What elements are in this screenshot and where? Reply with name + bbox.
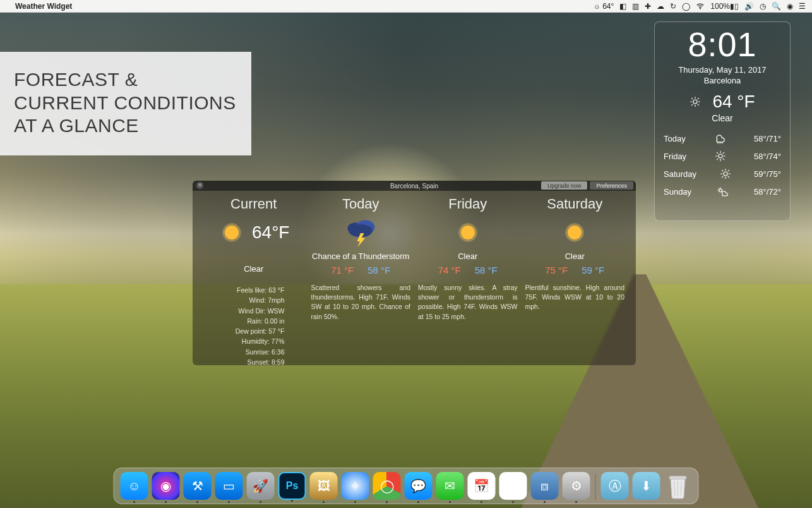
dock-simulator[interactable]: ▭: [215, 472, 243, 500]
svg-rect-45: [669, 476, 686, 480]
svg-line-44: [718, 188, 719, 189]
dock-calendar-wk[interactable]: 📅: [468, 472, 496, 500]
svg-point-32: [724, 172, 727, 176]
widget-row-day: Friday: [664, 152, 686, 161]
heading-current: Current: [204, 196, 304, 212]
sun-icon: [719, 168, 732, 179]
upgrade-button[interactable]: Upgrade now: [541, 181, 588, 190]
dock-messages[interactable]: ✉: [436, 472, 464, 500]
widget-city: Barcelona: [662, 76, 782, 85]
dock-xcode[interactable]: ⚒: [184, 472, 212, 500]
dock-apps-folder[interactable]: Ⓐ: [601, 472, 629, 500]
dock-preview[interactable]: 🖼: [310, 472, 338, 500]
dock-safari[interactable]: ✧: [342, 472, 369, 500]
menubar-temp[interactable]: ☼ 64°: [594, 2, 614, 11]
menubar-timemachine-icon[interactable]: ↻: [670, 2, 676, 11]
svg-line-30: [717, 159, 718, 160]
dock-trash[interactable]: [664, 472, 692, 500]
dock-siri[interactable]: ◉: [152, 472, 180, 500]
app-name[interactable]: Weather Widget: [15, 2, 72, 11]
dock-settings[interactable]: ⚙: [563, 472, 590, 500]
rain-icon: [713, 133, 727, 144]
widget-condition: Clear: [662, 113, 782, 123]
heading-saturday: Saturday: [525, 196, 625, 212]
current-details: Feels like: 63 °F Wind: 7mph Wind Dir: W…: [204, 285, 304, 367]
widget-row-range: 58°/71°: [754, 134, 781, 143]
saturday-desc: Plentiful sunshine. High around 75F. Win…: [525, 283, 625, 312]
menubar: Weather Widget ☼ 64° ◧ ▥ ✚ ☁ ↻ ◯ 100% ▮▯…: [0, 0, 812, 13]
current-condition: Clear: [204, 264, 304, 274]
widget-date: Thursday, May 11, 2017: [662, 65, 782, 75]
promo-caption: FORECAST & CURRENT CONDITIONS AT A GLANC…: [0, 52, 251, 155]
menubar-plus-icon[interactable]: ✚: [645, 2, 651, 11]
sun-icon: [218, 219, 246, 246]
dock-photos[interactable]: ✿: [499, 472, 527, 500]
partly-icon: [716, 186, 730, 197]
dock-launchpad[interactable]: 🚀: [247, 472, 275, 500]
svg-line-37: [722, 170, 723, 171]
widget-row-day: Today: [664, 134, 686, 143]
menubar-dropbox-icon[interactable]: ◧: [619, 2, 626, 11]
svg-line-20: [718, 142, 719, 144]
dock-messages-alt[interactable]: 💬: [405, 472, 433, 500]
svg-line-21: [720, 142, 720, 144]
dock-finder[interactable]: ☺: [121, 472, 148, 500]
widget-row-friday: Friday58°/74°: [662, 147, 782, 165]
thunderstorm-icon: [343, 217, 378, 248]
svg-line-22: [722, 142, 722, 144]
dock: ☺◉⚒▭🚀Ps🖼✧◯💬✉📅✿⧈⚙Ⓐ⬇: [114, 468, 699, 504]
svg-line-38: [728, 176, 729, 178]
dock-separator: [595, 475, 596, 500]
today-condition: Chance of a Thunderstorm: [311, 251, 411, 261]
menubar-battery[interactable]: 100% ▮▯: [710, 2, 739, 11]
current-temp: 64°F: [252, 222, 289, 243]
heading-today: Today: [311, 196, 411, 212]
desktop-widget: 8:01 Thursday, May 11, 2017 Barcelona 64…: [654, 21, 791, 221]
menubar-spotlight-icon[interactable]: 🔍: [772, 2, 781, 11]
dock-photoshop[interactable]: Ps: [278, 472, 306, 500]
svg-point-2: [222, 223, 241, 241]
close-button[interactable]: ✕: [196, 182, 203, 189]
dock-chrome[interactable]: ◯: [373, 472, 401, 500]
friday-desc: Mostly sunny skies. A stray shower or th…: [418, 283, 518, 322]
menubar-volume-icon[interactable]: 🔊: [744, 2, 754, 11]
widget-temp: 64 °F: [712, 92, 755, 112]
column-saturday: Saturday Clear 75 °F59 °F Plentiful suns…: [522, 196, 629, 367]
column-friday: Friday Clear 74 °F58 °F Mostly sunny ski…: [414, 196, 522, 367]
menubar-cloud-icon[interactable]: ☁: [657, 2, 664, 11]
menubar-display-icon[interactable]: ▥: [632, 2, 639, 11]
sun-icon: [561, 219, 588, 246]
weather-window: ✕ Barcelona, Spain Upgrade now Preferenc…: [193, 181, 636, 365]
widget-row-sunday: Sunday58°/72°: [662, 183, 782, 200]
svg-point-41: [719, 189, 722, 192]
menubar-circle-icon[interactable]: ◯: [682, 2, 690, 11]
menubar-wifi-icon[interactable]: [696, 2, 705, 11]
widget-row-range: 59°/75°: [754, 169, 781, 179]
svg-line-19: [698, 98, 699, 99]
widget-row-day: Sunday: [664, 187, 691, 197]
svg-point-0: [700, 8, 701, 8]
svg-line-16: [692, 98, 693, 99]
sun-icon: [713, 150, 727, 162]
saturday-condition: Clear: [525, 251, 625, 261]
widget-row-range: 58°/72°: [754, 187, 781, 197]
svg-point-10: [566, 223, 584, 241]
friday-condition: Clear: [418, 251, 518, 261]
dock-clock-widget[interactable]: ⧈: [531, 472, 559, 500]
widget-time: 8:01: [662, 27, 782, 61]
menubar-siri-icon[interactable]: ◉: [787, 2, 793, 11]
svg-line-18: [692, 104, 693, 106]
today-desc: Scattered showers and thunderstorms. Hig…: [311, 283, 411, 322]
svg-line-39: [722, 176, 723, 178]
preferences-button[interactable]: Preferences: [590, 181, 633, 190]
menubar-notification-icon[interactable]: ☰: [799, 2, 806, 11]
svg-line-17: [698, 104, 699, 106]
widget-row-range: 58°/74°: [754, 152, 781, 161]
column-current: Current 64°F Clear Feels like: 63 °F Win…: [200, 196, 307, 367]
heading-friday: Friday: [418, 196, 518, 212]
svg-point-8: [458, 223, 477, 241]
widget-row-saturday: Saturday59°/75°: [662, 165, 782, 183]
menubar-clock-icon[interactable]: ◷: [760, 2, 766, 11]
dock-downloads-folder[interactable]: ⬇: [633, 472, 660, 500]
svg-line-29: [723, 159, 724, 160]
